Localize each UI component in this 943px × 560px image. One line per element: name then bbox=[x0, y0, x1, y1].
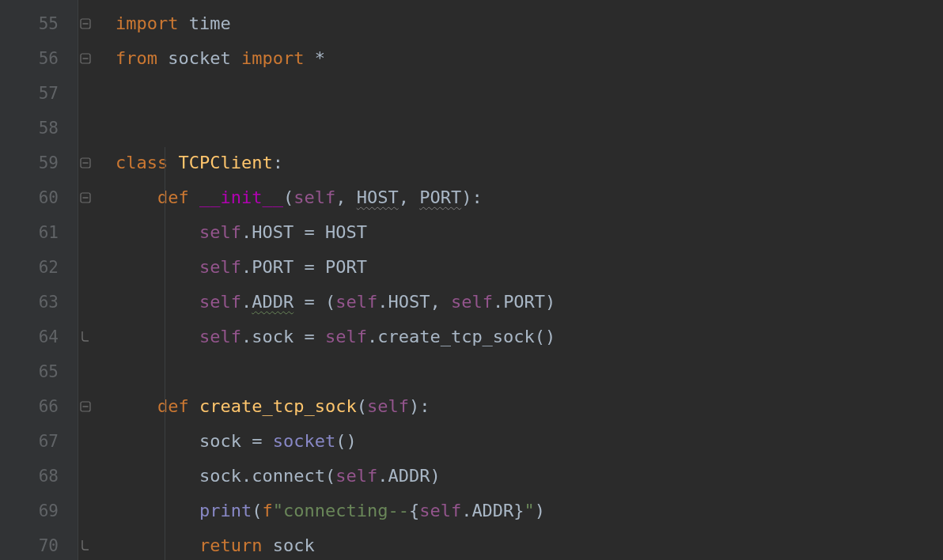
code-line[interactable]: self.PORT = PORT bbox=[104, 250, 943, 285]
token-id bbox=[116, 222, 199, 242]
token-id bbox=[262, 535, 272, 555]
fold-marker-icon[interactable] bbox=[78, 6, 104, 41]
token-id: time bbox=[189, 13, 231, 33]
line-number: 58 bbox=[0, 111, 78, 146]
token-op: ): bbox=[409, 396, 430, 416]
token-id: sock bbox=[199, 466, 241, 486]
fold-marker-icon[interactable] bbox=[78, 41, 104, 76]
line-number: 55 bbox=[0, 6, 78, 41]
token-op: ): bbox=[461, 187, 483, 207]
token-id: HOST bbox=[388, 292, 430, 312]
code-line[interactable]: self.sock = self.create_tcp_sock() bbox=[104, 320, 943, 354]
token-op: = ( bbox=[294, 292, 335, 312]
fold-spacer bbox=[78, 215, 104, 250]
token-op: ( bbox=[325, 466, 335, 486]
token-op: = bbox=[294, 222, 325, 242]
code-line[interactable]: self.ADDR = (self.HOST, self.PORT) bbox=[104, 285, 943, 320]
token-id bbox=[304, 48, 314, 68]
token-id: HOST bbox=[325, 222, 367, 242]
line-number: 56 bbox=[0, 41, 78, 76]
token-id bbox=[116, 501, 199, 520]
fold-spacer bbox=[78, 76, 104, 111]
token-mag: __init__ bbox=[199, 187, 283, 207]
token-slf: self bbox=[325, 327, 367, 346]
token-op: , bbox=[399, 187, 420, 207]
fold-marker-icon[interactable] bbox=[78, 320, 104, 354]
token-id: ADDR bbox=[388, 466, 430, 486]
code-line[interactable]: self.HOST = HOST bbox=[104, 215, 943, 250]
code-line[interactable]: class TCPClient: bbox=[104, 146, 943, 180]
token-fn: create_tcp_sock bbox=[199, 396, 357, 416]
fold-marker-icon[interactable] bbox=[78, 528, 104, 560]
line-number: 67 bbox=[0, 424, 78, 459]
token-op: , bbox=[430, 292, 451, 312]
token-id: sock bbox=[252, 327, 294, 346]
token-id: create_tcp_sock bbox=[377, 327, 535, 346]
token-id: connect bbox=[252, 466, 325, 486]
code-line[interactable] bbox=[104, 354, 943, 389]
code-line[interactable]: sock = socket() bbox=[104, 424, 943, 459]
token-op: () bbox=[535, 327, 556, 346]
token-slf: self bbox=[199, 327, 241, 346]
fold-spacer bbox=[78, 354, 104, 389]
fold-spacer bbox=[78, 250, 104, 285]
token-id bbox=[116, 292, 199, 312]
token-builtin: print bbox=[199, 501, 252, 520]
token-kw: class bbox=[116, 153, 168, 172]
token-kw: return bbox=[199, 535, 262, 555]
line-number: 70 bbox=[0, 528, 78, 560]
line-number: 60 bbox=[0, 180, 78, 215]
code-line[interactable]: def __init__(self, HOST, PORT): bbox=[104, 180, 943, 215]
token-id bbox=[116, 187, 157, 207]
token-id bbox=[178, 13, 188, 33]
token-wavy-green: ADDR bbox=[252, 292, 294, 312]
code-line[interactable]: import time bbox=[104, 6, 943, 41]
token-op: . bbox=[377, 466, 388, 486]
line-number: 65 bbox=[0, 354, 78, 389]
token-id bbox=[231, 48, 241, 68]
fold-marker-icon[interactable] bbox=[78, 389, 104, 424]
line-number: 62 bbox=[0, 250, 78, 285]
token-op: = bbox=[294, 327, 325, 346]
token-id bbox=[116, 327, 199, 346]
fold-marker-icon[interactable] bbox=[78, 146, 104, 180]
token-id bbox=[189, 187, 199, 207]
token-kw: import bbox=[241, 48, 304, 68]
line-number: 68 bbox=[0, 459, 78, 494]
line-number: 63 bbox=[0, 285, 78, 320]
token-op: . bbox=[241, 327, 252, 346]
token-slf: self bbox=[199, 292, 241, 312]
token-op: ( bbox=[283, 187, 294, 207]
fold-marker-icon[interactable] bbox=[78, 180, 104, 215]
token-id: sock bbox=[273, 535, 315, 555]
token-str: "connecting-- bbox=[273, 501, 409, 520]
token-op: . bbox=[367, 327, 377, 346]
token-op: ) bbox=[430, 466, 440, 486]
code-line[interactable] bbox=[104, 111, 943, 146]
code-line[interactable] bbox=[104, 76, 943, 111]
fold-spacer bbox=[78, 459, 104, 494]
code-line[interactable]: print(f"connecting--{self.ADDR}") bbox=[104, 494, 943, 528]
token-kw: import bbox=[116, 13, 178, 33]
token-id bbox=[168, 153, 178, 172]
code-editor[interactable]: 55565758596061626364656667686970 import … bbox=[0, 0, 943, 560]
token-slf: self bbox=[199, 257, 241, 277]
token-id bbox=[157, 48, 168, 68]
token-op: . bbox=[241, 466, 252, 486]
token-op: . bbox=[241, 257, 252, 277]
code-line[interactable]: def create_tcp_sock(self): bbox=[104, 389, 943, 424]
code-area[interactable]: import timefrom socket import *class TCP… bbox=[104, 0, 943, 560]
token-kw: def bbox=[157, 396, 189, 416]
token-id bbox=[189, 396, 199, 416]
token-id bbox=[116, 396, 157, 416]
code-line[interactable]: return sock bbox=[104, 528, 943, 560]
line-number-gutter: 55565758596061626364656667686970 bbox=[0, 0, 78, 560]
token-wavy: HOST bbox=[357, 187, 399, 207]
fold-spacer bbox=[78, 494, 104, 528]
token-slf: self bbox=[419, 501, 461, 520]
token-op: ( bbox=[252, 501, 262, 520]
token-op: * bbox=[315, 48, 325, 68]
code-line[interactable]: sock.connect(self.ADDR) bbox=[104, 459, 943, 494]
token-op: : bbox=[273, 153, 283, 172]
code-line[interactable]: from socket import * bbox=[104, 41, 943, 76]
